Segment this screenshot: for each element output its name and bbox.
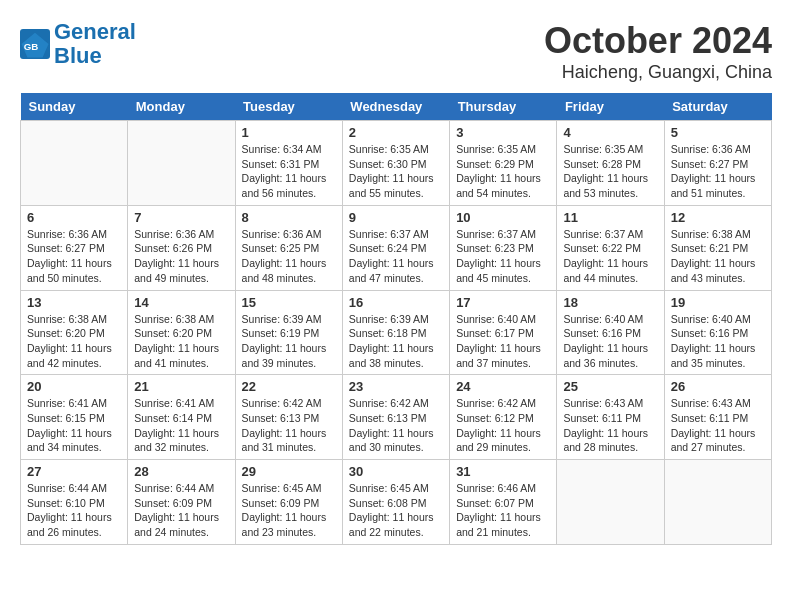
calendar-cell: 6Sunrise: 6:36 AMSunset: 6:27 PMDaylight… — [21, 205, 128, 290]
day-content-line: Sunrise: 6:46 AM — [456, 481, 550, 496]
day-content-line: Sunrise: 6:44 AM — [134, 481, 228, 496]
day-content-line: Daylight: 11 hours — [27, 341, 121, 356]
day-content-line: Daylight: 11 hours — [349, 256, 443, 271]
calendar-header-row: SundayMondayTuesdayWednesdayThursdayFrid… — [21, 93, 772, 121]
day-content-line: and 38 minutes. — [349, 356, 443, 371]
day-content-line: Daylight: 11 hours — [134, 256, 228, 271]
day-content-line: Sunset: 6:21 PM — [671, 241, 765, 256]
calendar-header-thursday: Thursday — [450, 93, 557, 121]
day-content-line: Sunrise: 6:45 AM — [349, 481, 443, 496]
day-content-line: Daylight: 11 hours — [27, 256, 121, 271]
location-title: Haicheng, Guangxi, China — [544, 62, 772, 83]
day-number: 4 — [563, 125, 657, 140]
day-content-line: Sunrise: 6:39 AM — [242, 312, 336, 327]
day-content-line: Sunset: 6:20 PM — [134, 326, 228, 341]
day-content-line: Daylight: 11 hours — [349, 341, 443, 356]
day-content-line: and 45 minutes. — [456, 271, 550, 286]
calendar-cell: 16Sunrise: 6:39 AMSunset: 6:18 PMDayligh… — [342, 290, 449, 375]
day-content-line: Daylight: 11 hours — [671, 341, 765, 356]
calendar-cell: 29Sunrise: 6:45 AMSunset: 6:09 PMDayligh… — [235, 460, 342, 545]
day-content-line: Sunset: 6:19 PM — [242, 326, 336, 341]
day-number: 17 — [456, 295, 550, 310]
day-number: 11 — [563, 210, 657, 225]
day-content-line: and 55 minutes. — [349, 186, 443, 201]
calendar-header-saturday: Saturday — [664, 93, 771, 121]
day-content-line: and 34 minutes. — [27, 440, 121, 455]
day-content-line: and 22 minutes. — [349, 525, 443, 540]
day-content-line: and 27 minutes. — [671, 440, 765, 455]
day-content-line: Sunrise: 6:35 AM — [456, 142, 550, 157]
calendar-cell — [557, 460, 664, 545]
day-number: 14 — [134, 295, 228, 310]
calendar-header-sunday: Sunday — [21, 93, 128, 121]
day-content-line: Daylight: 11 hours — [242, 426, 336, 441]
day-content-line: Daylight: 11 hours — [456, 510, 550, 525]
day-content-line: Sunset: 6:26 PM — [134, 241, 228, 256]
calendar-cell: 20Sunrise: 6:41 AMSunset: 6:15 PMDayligh… — [21, 375, 128, 460]
calendar-cell: 8Sunrise: 6:36 AMSunset: 6:25 PMDaylight… — [235, 205, 342, 290]
day-content-line: Daylight: 11 hours — [456, 426, 550, 441]
calendar-table: SundayMondayTuesdayWednesdayThursdayFrid… — [20, 93, 772, 545]
day-number: 29 — [242, 464, 336, 479]
calendar-cell: 7Sunrise: 6:36 AMSunset: 6:26 PMDaylight… — [128, 205, 235, 290]
calendar-cell: 5Sunrise: 6:36 AMSunset: 6:27 PMDaylight… — [664, 121, 771, 206]
calendar-cell: 25Sunrise: 6:43 AMSunset: 6:11 PMDayligh… — [557, 375, 664, 460]
calendar-week-row: 1Sunrise: 6:34 AMSunset: 6:31 PMDaylight… — [21, 121, 772, 206]
day-content-line: Sunset: 6:10 PM — [27, 496, 121, 511]
day-number: 25 — [563, 379, 657, 394]
day-content-line: Daylight: 11 hours — [349, 510, 443, 525]
day-content-line: Sunset: 6:14 PM — [134, 411, 228, 426]
day-content-line: and 42 minutes. — [27, 356, 121, 371]
day-number: 2 — [349, 125, 443, 140]
day-content-line: and 21 minutes. — [456, 525, 550, 540]
day-content-line: Sunrise: 6:38 AM — [27, 312, 121, 327]
calendar-cell: 26Sunrise: 6:43 AMSunset: 6:11 PMDayligh… — [664, 375, 771, 460]
day-number: 13 — [27, 295, 121, 310]
day-content-line: Daylight: 11 hours — [671, 171, 765, 186]
day-content-line: Sunrise: 6:34 AM — [242, 142, 336, 157]
day-content-line: Sunrise: 6:41 AM — [134, 396, 228, 411]
day-content-line: and 49 minutes. — [134, 271, 228, 286]
day-content-line: Sunset: 6:13 PM — [242, 411, 336, 426]
day-content-line: Daylight: 11 hours — [242, 341, 336, 356]
day-content-line: Sunrise: 6:40 AM — [456, 312, 550, 327]
day-content-line: Daylight: 11 hours — [563, 256, 657, 271]
day-number: 30 — [349, 464, 443, 479]
day-number: 20 — [27, 379, 121, 394]
day-content-line: and 32 minutes. — [134, 440, 228, 455]
page-header: GB General Blue October 2024 Haicheng, G… — [20, 20, 772, 83]
day-number: 27 — [27, 464, 121, 479]
day-content-line: Sunrise: 6:45 AM — [242, 481, 336, 496]
day-content-line: and 50 minutes. — [27, 271, 121, 286]
day-content-line: Daylight: 11 hours — [563, 171, 657, 186]
calendar-header-wednesday: Wednesday — [342, 93, 449, 121]
day-content-line: Daylight: 11 hours — [134, 341, 228, 356]
calendar-cell: 21Sunrise: 6:41 AMSunset: 6:14 PMDayligh… — [128, 375, 235, 460]
day-number: 28 — [134, 464, 228, 479]
day-content-line: Sunset: 6:16 PM — [671, 326, 765, 341]
day-number: 3 — [456, 125, 550, 140]
day-content-line: Sunset: 6:11 PM — [671, 411, 765, 426]
day-content-line: Sunset: 6:27 PM — [27, 241, 121, 256]
day-content-line: and 47 minutes. — [349, 271, 443, 286]
day-content-line: and 24 minutes. — [134, 525, 228, 540]
day-content-line: Sunrise: 6:38 AM — [671, 227, 765, 242]
day-content-line: and 35 minutes. — [671, 356, 765, 371]
logo-icon: GB — [20, 29, 50, 59]
day-content-line: Sunset: 6:17 PM — [456, 326, 550, 341]
day-number: 23 — [349, 379, 443, 394]
day-content-line: and 30 minutes. — [349, 440, 443, 455]
day-content-line: Daylight: 11 hours — [349, 426, 443, 441]
day-content-line: Sunrise: 6:44 AM — [27, 481, 121, 496]
day-content-line: Daylight: 11 hours — [242, 510, 336, 525]
logo: GB General Blue — [20, 20, 136, 68]
day-content-line: Daylight: 11 hours — [27, 510, 121, 525]
day-content-line: and 43 minutes. — [671, 271, 765, 286]
day-number: 8 — [242, 210, 336, 225]
day-content-line: Sunset: 6:31 PM — [242, 157, 336, 172]
calendar-week-row: 20Sunrise: 6:41 AMSunset: 6:15 PMDayligh… — [21, 375, 772, 460]
calendar-cell: 15Sunrise: 6:39 AMSunset: 6:19 PMDayligh… — [235, 290, 342, 375]
calendar-cell: 10Sunrise: 6:37 AMSunset: 6:23 PMDayligh… — [450, 205, 557, 290]
day-number: 26 — [671, 379, 765, 394]
day-content-line: Daylight: 11 hours — [563, 341, 657, 356]
